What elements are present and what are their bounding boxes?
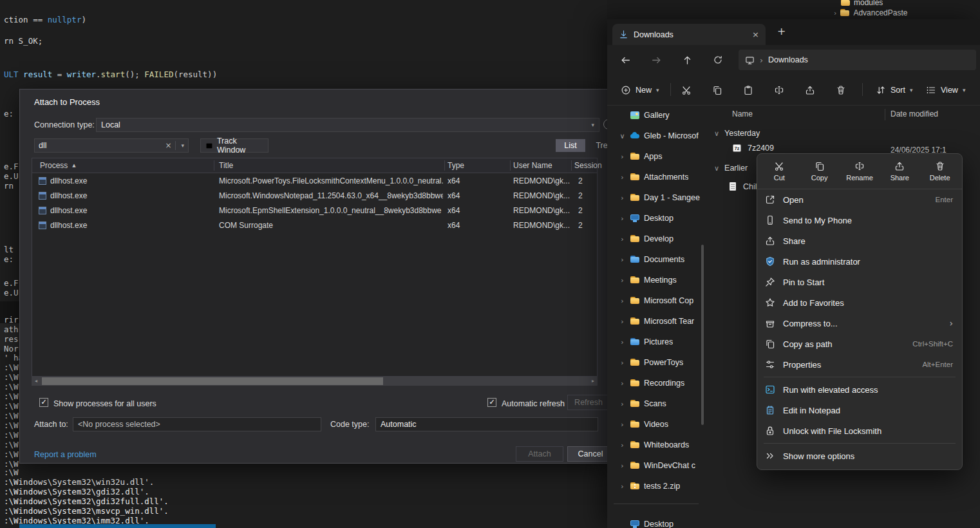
context-menu-item-add-to-favorites[interactable]: Add to Favorites	[757, 292, 962, 313]
context-menu-item-copy-as-path[interactable]: Copy as path Ctrl+Shift+C	[757, 334, 962, 354]
tree-item-advancedpaste[interactable]: AdvancedPaste	[834, 8, 907, 18]
rename-button[interactable]	[769, 80, 789, 100]
context-menu-item-run-elevated[interactable]: Run with elevated access	[757, 379, 962, 400]
column-header-date-modified[interactable]: Date modified	[890, 109, 938, 118]
scroll-left-icon[interactable]	[32, 377, 41, 386]
sidebar-scrollbar[interactable]	[701, 245, 704, 425]
up-button[interactable]	[677, 50, 697, 70]
view-button[interactable]: View	[920, 80, 971, 100]
sidebar-item-desktop-pinned[interactable]: Desktop	[607, 514, 704, 528]
address-bar[interactable]: Downloads	[739, 50, 976, 70]
context-menu-item-send-to-phone[interactable]: Send to My Phone	[757, 210, 962, 231]
tree-view-button[interactable]: Tree	[588, 139, 608, 152]
expand-chevron-icon[interactable]: ›	[619, 194, 626, 202]
sidebar-item[interactable]: › Apps	[607, 146, 704, 167]
rename-action[interactable]: Rename	[842, 161, 878, 182]
sidebar-item[interactable]: › Recordings	[607, 373, 704, 393]
sidebar-item[interactable]: › WinDevChat c	[607, 455, 704, 476]
context-menu-item-compress-to[interactable]: Compress to...	[757, 313, 962, 334]
group-header-earlier[interactable]: Earlier	[714, 164, 748, 173]
attach-to-input[interactable]: <No process selected>	[73, 417, 321, 431]
delete-action[interactable]: Delete	[922, 161, 958, 182]
cancel-button[interactable]: Cancel	[567, 446, 608, 462]
expand-chevron-icon[interactable]: ›	[619, 338, 626, 346]
expand-chevron-icon[interactable]: ›	[619, 256, 626, 264]
expand-chevron-icon[interactable]: ›	[619, 153, 626, 161]
column-header-type[interactable]: Type	[448, 161, 464, 170]
horizontal-scrollbar[interactable]	[32, 377, 598, 386]
refresh-button[interactable]	[708, 50, 728, 70]
share-action[interactable]: Share	[881, 161, 918, 182]
expand-chevron-icon[interactable]: ›	[619, 173, 626, 182]
context-menu-item-unlock-file-locksmith[interactable]: Unlock with File Locksmith	[757, 420, 962, 441]
context-menu-item-show-more-options[interactable]: Show more options	[757, 446, 962, 466]
report-problem-link[interactable]: Report a problem	[34, 450, 97, 459]
tab-downloads[interactable]: Downloads	[612, 24, 766, 45]
new-tab-button[interactable]	[777, 25, 786, 37]
expand-chevron-icon[interactable]: ›	[619, 214, 626, 223]
back-button[interactable]	[615, 50, 636, 70]
sidebar-item[interactable]: › Day 1 - Sangee	[607, 187, 704, 208]
sidebar-item[interactable]: › Pictures	[607, 332, 704, 352]
new-button[interactable]: New	[615, 80, 665, 100]
context-menu-item-open[interactable]: Open Enter	[757, 189, 962, 210]
sidebar-item[interactable]: › Whiteboards	[607, 435, 704, 455]
column-header-session[interactable]: Session	[574, 161, 602, 170]
expand-chevron-icon[interactable]: ›	[619, 441, 626, 449]
copy-action[interactable]: Copy	[802, 161, 838, 182]
code-type-input[interactable]: Automatic	[375, 417, 598, 431]
cut-action[interactable]: Cut	[761, 161, 797, 182]
expand-chevron-icon[interactable]: ›	[619, 482, 626, 491]
copy-button[interactable]	[707, 80, 728, 100]
connection-type-select[interactable]: Local	[96, 118, 599, 132]
track-window-button[interactable]: Track Window	[200, 138, 269, 153]
sidebar-item[interactable]: › Attachments	[607, 167, 704, 187]
sidebar-item[interactable]: Gallery	[607, 105, 704, 126]
column-header-name[interactable]: Name	[732, 109, 753, 118]
close-tab-icon[interactable]	[752, 30, 759, 39]
sidebar-item[interactable]: › PowerToys	[607, 352, 704, 373]
column-header-process[interactable]: Process	[40, 161, 76, 170]
sidebar-item[interactable]: › Videos	[607, 414, 704, 435]
scroll-right-icon[interactable]	[589, 377, 598, 386]
sidebar-item[interactable]: ∨ Gleb - Microsof	[607, 126, 704, 146]
expand-chevron-icon[interactable]: ›	[619, 276, 626, 285]
list-view-button[interactable]: List	[556, 139, 585, 152]
process-filter-input[interactable]: dll	[34, 138, 189, 153]
refresh-button[interactable]: Refresh	[567, 395, 608, 410]
show-all-users-checkbox[interactable]	[39, 398, 48, 407]
scrollbar-thumb[interactable]	[42, 377, 383, 385]
process-row[interactable]: dllhost.exe Microsoft.PowerToys.FileLock…	[32, 173, 597, 188]
tree-item-modules[interactable]: modules	[840, 0, 883, 8]
process-row[interactable]: dllhost.exe Microsoft.WindowsNotepad_11.…	[32, 188, 597, 203]
clear-filter-icon[interactable]	[165, 141, 171, 150]
column-divider[interactable]	[885, 109, 885, 120]
attach-button[interactable]: Attach	[516, 446, 563, 462]
group-header-yesterday[interactable]: Yesterday	[714, 129, 760, 138]
expand-chevron-icon[interactable]: ›	[619, 400, 626, 408]
sidebar-item[interactable]: › Meetings	[607, 270, 704, 290]
expand-chevron-icon[interactable]: ›	[619, 462, 626, 470]
column-header-title[interactable]: Title	[219, 161, 233, 170]
expand-chevron-icon[interactable]: ›	[619, 420, 626, 429]
process-row[interactable]: dllhost.exe Microsoft.EpmShellExtension_…	[32, 203, 597, 218]
sidebar-item[interactable]: › Scans	[607, 393, 704, 414]
expand-chevron-icon[interactable]: ∨	[619, 132, 626, 140]
context-menu-item-properties[interactable]: Properties Alt+Enter	[757, 354, 962, 375]
expand-chevron-icon[interactable]: ›	[619, 359, 626, 367]
sidebar-item[interactable]: › Documents	[607, 249, 704, 270]
context-menu-item-pin-to-start[interactable]: Pin to Start	[757, 272, 962, 292]
sidebar-item[interactable]: › Develop	[607, 229, 704, 249]
process-row[interactable]: dllhost.exe COM Surrogate x64 REDMOND\gk…	[32, 218, 597, 232]
context-menu-item-edit-in-notepad[interactable]: Edit in Notepad	[757, 400, 962, 420]
column-divider[interactable]	[214, 160, 214, 171]
sort-button[interactable]: Sort	[870, 80, 918, 100]
automatic-refresh-checkbox[interactable]	[487, 398, 496, 407]
expand-chevron-icon[interactable]: ›	[619, 297, 626, 305]
paste-button[interactable]	[738, 80, 759, 100]
context-menu-item-run-as-administrator[interactable]: Run as administrator	[757, 251, 962, 272]
column-divider[interactable]	[571, 160, 572, 171]
expand-chevron-icon[interactable]: ›	[619, 379, 626, 388]
sidebar-item[interactable]: › Desktop	[607, 208, 704, 229]
share-button[interactable]	[800, 80, 820, 100]
